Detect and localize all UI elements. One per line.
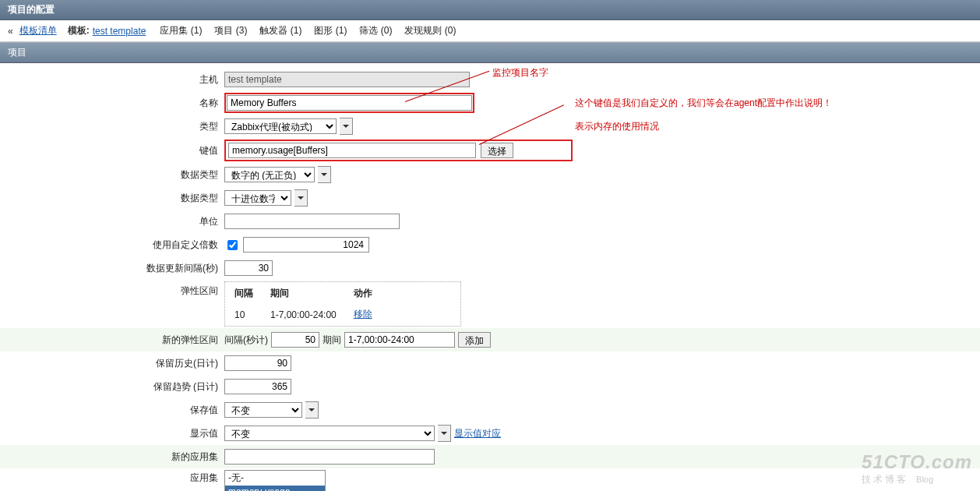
flex-th-action: 动作 [346,284,380,303]
annotation-key2: 表示内存的使用情况 [575,120,659,133]
flex-intervals-table: 间隔 期间 动作 10 1-7,00:00-24:00 移除 [224,281,461,327]
list-item[interactable]: memory usage [225,486,325,491]
unit-input[interactable] [224,214,400,229]
show-select[interactable]: 不变 [224,426,435,441]
update-interval-input[interactable] [224,260,273,276]
label-trends: 保留趋势 (日计) [0,380,224,394]
label-data-type: 数据类型 [0,168,224,182]
label-apps: 应用集 [0,470,224,485]
label-store: 保存值 [0,404,224,417]
item-form: 主机 名称 类型 Zabbix代理(被动式) 键值 选择 数据类型 数字的 (无… [0,63,980,491]
template-name-link[interactable]: test template [93,26,146,37]
store-select[interactable]: 不变 [224,402,302,418]
label-update-interval: 数据更新间隔(秒) [0,262,224,275]
key-input[interactable] [228,143,476,158]
select-key-button[interactable]: 选择 [481,143,513,158]
multiplier-checkbox[interactable] [227,240,238,250]
trends-input[interactable] [224,379,291,394]
label-flex-intervals: 弹性区间 [0,281,224,298]
label-new-app: 新的应用集 [0,450,224,464]
nav-items[interactable]: 项目 (3) [214,24,247,37]
flex-th-period: 期间 [263,284,344,303]
breadcrumb: « 模板清单 模板: test template 应用集 (1) 项目 (3) … [0,20,980,42]
new-flex-period-input[interactable] [344,332,455,348]
page-header: 项目的配置 [0,0,980,20]
new-app-input[interactable] [224,449,435,465]
annotation-key1: 这个键值是我们自定义的，我们等会在agent配置中作出说明！ [575,97,832,110]
label-data-type2: 数据类型 [0,192,224,205]
data-type2-select[interactable]: 十进位数字 [224,190,291,206]
data-type-select[interactable]: 数字的 (无正负) [224,167,315,182]
remove-flex-link[interactable]: 移除 [354,309,372,320]
label-custom-multiplier: 使用自定义倍数 [0,238,224,252]
label-name: 名称 [0,97,224,110]
nav-screens[interactable]: 筛选 (0) [359,24,392,37]
applications-listbox[interactable]: -无- memory usage [224,470,326,491]
dropdown-icon[interactable] [294,189,308,207]
label-key: 键值 [0,144,224,157]
list-item[interactable]: -无- [225,471,325,486]
table-row: 10 1-7,00:00-24:00 移除 [227,305,380,324]
nav-graphs[interactable]: 图形 (1) [314,24,347,37]
multiplier-input[interactable] [243,237,369,253]
label-show: 显示值 [0,427,224,440]
new-flex-interval-input[interactable] [271,332,319,348]
flex-interval-cell: 10 [227,305,261,324]
label-type: 类型 [0,120,224,133]
dropdown-icon[interactable] [318,166,331,183]
nav-triggers[interactable]: 触发器 (1) [259,24,301,37]
name-input[interactable] [227,95,472,111]
label-period: 期间 [323,334,341,347]
flex-period-cell: 1-7,00:00-24:00 [263,305,344,324]
type-select[interactable]: Zabbix代理(被动式) [224,118,337,134]
add-flex-button[interactable]: 添加 [458,332,491,348]
label-unit: 单位 [0,215,224,228]
host-input [224,72,470,87]
nav-applications[interactable]: 应用集 (1) [160,24,202,37]
history-input[interactable] [224,355,291,371]
label-new-flex: 新的弹性区间 [0,334,224,347]
label-history: 保留历史(日计) [0,357,224,370]
template-label: 模板: [68,24,90,37]
label-interval-sec: 间隔(秒计) [224,334,268,347]
flex-th-interval: 间隔 [227,284,261,303]
annotation-name: 监控项目名字 [492,66,548,79]
show-value-map-link[interactable]: 显示值对应 [454,427,501,440]
dropdown-icon[interactable] [340,118,353,135]
back-arrow: « [8,26,13,37]
nav-discovery[interactable]: 发现规则 (0) [404,24,456,37]
templates-link[interactable]: 模板清单 [19,24,57,37]
label-host: 主机 [0,73,224,87]
section-title: 项目 [0,42,980,63]
dropdown-icon[interactable] [438,425,451,442]
dropdown-icon[interactable] [305,401,319,419]
